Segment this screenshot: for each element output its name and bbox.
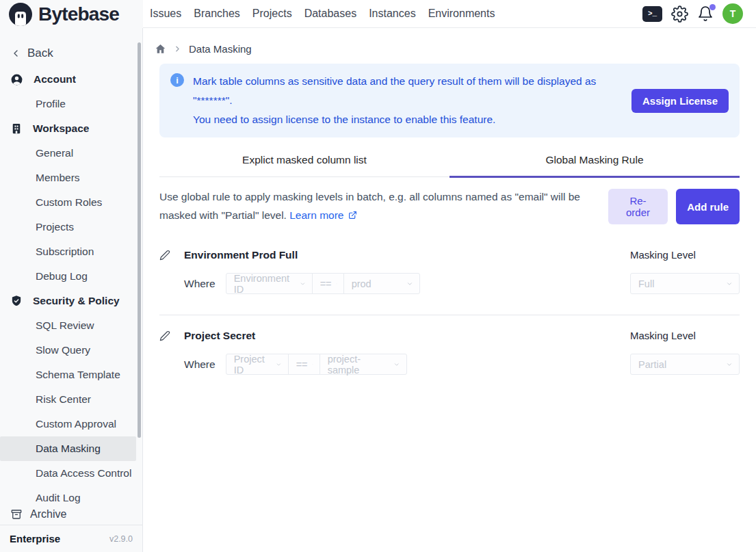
settings-sidebar: Back Account Profile [0, 28, 143, 552]
reorder-button[interactable]: Re-order [608, 189, 668, 224]
masking-rules-list: Environment Prod Full Masking Level Wher… [159, 249, 740, 375]
chevron-down-icon [312, 361, 313, 368]
nav-databases[interactable]: Databases [304, 6, 357, 21]
banner-line2: You need to assign license to the instan… [193, 110, 621, 129]
home-icon[interactable] [155, 43, 166, 55]
masking-rule: Project Secret Masking Level Where Proje… [159, 330, 740, 375]
top-header: Issues Branches Projects Databases Insta… [143, 0, 756, 28]
masking-rule: Environment Prod Full Masking Level Wher… [159, 249, 740, 294]
factor-select[interactable]: Project ID [226, 354, 289, 375]
sidebar-item-sql-review[interactable]: SQL Review [0, 313, 142, 338]
operator-select[interactable]: == [288, 354, 320, 375]
rule-title: Environment Prod Full [184, 249, 298, 261]
sql-editor-icon[interactable]: >_ [642, 6, 662, 22]
header-actions: >_ T [642, 3, 743, 24]
sidebar-item-audit-log[interactable]: Audit Log [0, 486, 142, 504]
bytebase-logo-icon [9, 3, 32, 26]
notification-dot [709, 4, 716, 10]
shield-icon [10, 295, 23, 307]
sidebar-footer: Enterprise v2.9.0 [0, 525, 142, 552]
sidebar-scroll-area: Back Account Profile [0, 28, 142, 504]
settings-gear-icon[interactable] [671, 5, 688, 23]
nav-instances[interactable]: Instances [369, 6, 415, 21]
sidebar-item-risk-center[interactable]: Risk Center [0, 387, 142, 412]
value-select[interactable]: prod [343, 273, 420, 294]
rule-divider [159, 315, 740, 315]
masking-level-label: Masking Level [630, 249, 740, 261]
breadcrumb: Data Masking [143, 28, 756, 55]
add-rule-button[interactable]: Add rule [676, 189, 740, 224]
nav-issues[interactable]: Issues [150, 6, 181, 21]
sidebar-item-archive[interactable]: Archive [0, 504, 142, 525]
notifications-bell-icon[interactable] [697, 5, 714, 22]
bytebase-app: Bytebase Issues Branches Projects Databa… [0, 0, 756, 552]
sidebar-item-subscription[interactable]: Subscription [0, 239, 142, 264]
sidebar-item-data-access-control[interactable]: Data Access Control [0, 461, 142, 486]
nav-branches[interactable]: Branches [194, 6, 240, 21]
nav-projects[interactable]: Projects [252, 6, 292, 21]
sidebar-item-projects[interactable]: Projects [0, 215, 142, 239]
masking-level-select[interactable]: Partial [630, 354, 740, 375]
value-select[interactable]: project-sample [320, 354, 407, 375]
avatar[interactable]: T [722, 3, 743, 24]
version-label: v2.9.0 [109, 534, 133, 544]
rule-condition-group: Project ID == project-sample [226, 354, 407, 375]
assign-license-button[interactable]: Assign License [631, 89, 729, 113]
masking-tabs: Explict masked column list Global Maskin… [159, 154, 740, 177]
masking-level-label: Masking Level [630, 330, 740, 342]
sidebar-section-account: Account [0, 67, 142, 92]
rules-toolbar: Use global rule to apply masking levels … [159, 187, 740, 224]
operator-select[interactable]: == [312, 273, 344, 294]
chevron-right-icon [173, 44, 182, 53]
sidebar-item-profile[interactable]: Profile [0, 92, 142, 116]
sidebar-item-schema-template[interactable]: Schema Template [0, 363, 142, 387]
archive-box-icon [10, 508, 23, 521]
plan-label: Enterprise [10, 533, 60, 544]
main-content: Data Masking i Mark table columns as sen… [143, 28, 756, 552]
chevron-down-icon [336, 280, 337, 287]
brand-name: Bytebase [38, 3, 119, 25]
sidebar-item-slow-query[interactable]: Slow Query [0, 338, 142, 363]
info-icon: i [170, 73, 184, 87]
rules-description: Use global rule to apply masking levels … [159, 187, 608, 224]
sidebar-item-custom-approval[interactable]: Custom Approval [0, 412, 142, 436]
chevron-down-icon [276, 361, 282, 368]
back-button[interactable]: Back [0, 44, 142, 63]
sidebar-item-data-masking[interactable]: Data Masking [0, 436, 136, 461]
rule-condition-group: Environment ID == prod [226, 273, 420, 294]
sidebar-section-security: Security & Policy [0, 289, 142, 313]
edit-pencil-icon[interactable] [159, 250, 170, 261]
rule-title: Project Secret [184, 330, 255, 342]
user-icon [10, 73, 23, 86]
chevron-down-icon [393, 361, 400, 368]
tab-global-masking-rule[interactable]: Global Masking Rule [449, 154, 740, 176]
tab-explicit-masked-column-list[interactable]: Explict masked column list [159, 154, 449, 176]
external-link-icon [348, 211, 357, 220]
chevron-down-icon [726, 280, 733, 287]
chevron-down-icon [300, 280, 306, 287]
toolbar-buttons: Re-order Add rule [608, 187, 740, 224]
where-label: Where [184, 278, 216, 290]
nav-environments[interactable]: Environments [428, 6, 495, 21]
learn-more-link[interactable]: Learn more [289, 209, 357, 221]
sidebar-item-debug-log[interactable]: Debug Log [0, 264, 142, 289]
chevron-down-icon [406, 280, 413, 287]
sidebar-item-general[interactable]: General [0, 141, 142, 166]
banner-text: Mark table columns as sensitive data and… [184, 72, 621, 129]
main-nav: Issues Branches Projects Databases Insta… [150, 6, 495, 21]
factor-select[interactable]: Environment ID [226, 273, 313, 294]
sidebar-scrollbar[interactable] [138, 42, 141, 438]
sidebar-section-workspace: Workspace [0, 116, 142, 141]
chevron-left-icon [10, 48, 21, 59]
breadcrumb-current: Data Masking [189, 43, 252, 55]
building-icon [10, 122, 23, 135]
masking-level-select[interactable]: Full [630, 273, 740, 294]
sidebar-item-custom-roles[interactable]: Custom Roles [0, 190, 142, 215]
license-banner: i Mark table columns as sensitive data a… [159, 64, 740, 137]
chevron-down-icon [726, 361, 733, 368]
where-label: Where [184, 358, 216, 371]
sidebar-item-members[interactable]: Members [0, 166, 142, 190]
banner-line1: Mark table columns as sensitive data and… [193, 72, 621, 110]
logo[interactable]: Bytebase [0, 0, 143, 28]
edit-pencil-icon[interactable] [159, 330, 170, 341]
